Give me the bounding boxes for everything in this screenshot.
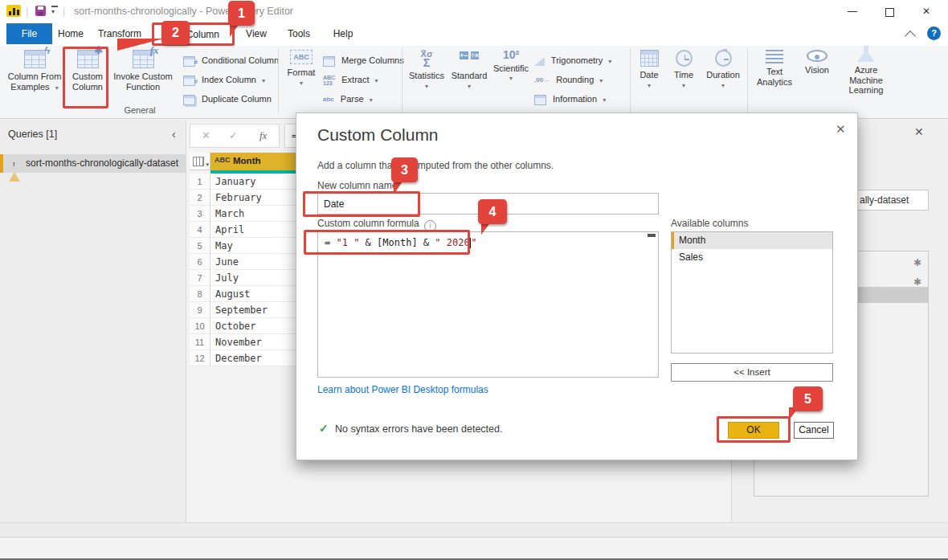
titlebar-separator: | — [63, 5, 65, 17]
gear-icon[interactable]: ✱ — [913, 257, 921, 268]
available-columns-list[interactable]: MonthSales — [671, 231, 833, 354]
tab-help[interactable]: Help — [328, 23, 358, 45]
standard-button[interactable]: +− ÷× Standard ▾ — [448, 50, 490, 92]
month-cell[interactable]: April — [210, 222, 297, 238]
row-number[interactable]: 6 — [190, 254, 210, 270]
month-cell[interactable]: November — [210, 334, 297, 350]
annotation-rect-formula — [304, 230, 470, 255]
time-button[interactable]: Time ▾ — [668, 50, 699, 91]
index-column-icon: # — [183, 76, 195, 86]
trigonometry-icon — [534, 57, 545, 66]
information-button[interactable]: Information ▾ — [534, 90, 606, 108]
available-column-item[interactable]: Month — [672, 232, 832, 249]
dropdown-caret-icon: ▾ — [599, 77, 603, 84]
horizontal-scroll-strip[interactable] — [0, 522, 948, 537]
tab-home[interactable]: Home — [53, 23, 88, 45]
trigonometry-button[interactable]: Trigonometry ▾ — [534, 51, 611, 69]
tab-view[interactable]: View — [241, 23, 272, 45]
column-header-month[interactable]: ABC Month — [210, 153, 297, 170]
cancel-button[interactable]: Cancel — [794, 422, 834, 439]
save-icon[interactable] — [35, 6, 46, 16]
month-cell[interactable]: October — [210, 318, 297, 334]
available-column-item[interactable]: Sales — [672, 249, 832, 266]
table-select-all-button[interactable]: ▾ — [190, 153, 210, 170]
azure-machine-learning-button[interactable]: Azure Machine Learning — [837, 50, 895, 96]
dialog-close-icon[interactable]: ✕ — [836, 122, 846, 137]
collapse-ribbon-icon[interactable] — [905, 31, 916, 42]
row-number[interactable]: 2 — [190, 190, 210, 206]
statistics-button[interactable]: X̄σ Σ Statistics ▾ — [406, 50, 447, 92]
table-row: 3March — [190, 206, 297, 222]
row-number[interactable]: 3 — [190, 206, 210, 222]
table-row: 10October — [190, 318, 297, 334]
month-cell[interactable]: July — [210, 270, 297, 286]
table-row: 7July — [190, 270, 297, 286]
close-button[interactable]: ✕ — [914, 6, 938, 17]
rounding-button[interactable]: .00→ Rounding ▾ — [534, 71, 603, 88]
selected-accent-bar — [0, 154, 3, 173]
fx-icon[interactable]: fx — [259, 129, 267, 142]
queries-pane-header: Queries [1] — [8, 129, 57, 140]
row-number[interactable]: 10 — [190, 318, 210, 334]
formula-cancel-icon[interactable]: ✕ — [202, 129, 210, 141]
dialog-subtitle: Add a column that is computed from the o… — [317, 160, 554, 171]
format-abc-icon: ABC — [290, 50, 313, 64]
tab-file[interactable]: File — [6, 23, 52, 44]
month-cell[interactable]: May — [210, 238, 297, 254]
text-analytics-button[interactable]: Text Analytics — [752, 50, 797, 87]
extract-icon: ABC 123 — [323, 75, 335, 86]
titlebar-separator: | — [26, 5, 28, 17]
table-row: 6June — [190, 254, 297, 270]
duration-button[interactable]: Duration ▾ — [702, 50, 744, 91]
vision-button[interactable]: Vision — [800, 50, 834, 76]
insert-button[interactable]: << Insert — [671, 363, 833, 382]
formula-scrollbar-thumb[interactable] — [648, 234, 656, 237]
query-name-input-value: ally-dataset — [860, 194, 909, 206]
row-number[interactable]: 7 — [190, 270, 210, 286]
minimize-button[interactable]: — — [840, 6, 864, 17]
column-from-examples-button[interactable]: ϟ Column From Examples ▾ — [5, 50, 64, 93]
parse-button[interactable]: abc Parse ▾ — [323, 90, 373, 108]
row-number[interactable]: 11 — [190, 334, 210, 350]
table-grid-icon — [193, 157, 204, 166]
month-cell[interactable]: June — [210, 254, 297, 270]
parse-icon: abc — [323, 91, 334, 108]
row-number[interactable]: 5 — [190, 238, 210, 254]
tab-tools[interactable]: Tools — [283, 23, 315, 45]
month-cell[interactable]: January — [210, 174, 297, 190]
help-icon[interactable]: ? — [927, 27, 941, 40]
quick-access-toolbar-caret-icon[interactable]: ▾ — [51, 8, 55, 15]
format-button[interactable]: ABC Format ▾ — [283, 50, 320, 88]
power-query-editor-window: | ▾ | sort-months-chronologically - Powe… — [0, 0, 948, 560]
row-number[interactable]: 12 — [190, 350, 210, 366]
panel-close-icon[interactable]: ✕ — [914, 125, 924, 138]
rounding-icon: .00→ — [534, 72, 550, 89]
formulas-help-link[interactable]: Learn about Power BI Desktop formulas — [317, 384, 488, 395]
dropdown-caret-icon: ▾ — [448, 82, 490, 92]
month-cell[interactable]: September — [210, 302, 297, 318]
row-number[interactable]: 4 — [190, 222, 210, 238]
conditional-column-button[interactable]: ≠ Conditional Column — [183, 51, 279, 69]
formula-check-icon[interactable]: ✓ — [229, 129, 238, 141]
invoke-custom-function-button[interactable]: fx Invoke Custom Function — [111, 50, 175, 92]
date-button[interactable]: Date ▾ — [634, 50, 664, 91]
row-number[interactable]: 8 — [190, 286, 210, 302]
maximize-button[interactable] — [885, 8, 894, 17]
dropdown-caret-icon: ▾ — [608, 58, 611, 65]
pane-collapse-icon[interactable]: ‹ — [172, 128, 176, 141]
index-column-button[interactable]: # Index Column ▾ — [183, 71, 265, 88]
annotation-step-2: 2 — [161, 21, 190, 45]
month-cell[interactable]: August — [210, 286, 297, 302]
month-cell[interactable]: March — [210, 206, 297, 222]
month-cell[interactable]: December — [210, 350, 297, 366]
row-number[interactable]: 9 — [190, 302, 210, 318]
month-cell[interactable]: February — [210, 190, 297, 206]
status-bar: 2 COLUMNS, 12 ROWS Column profiling base… — [0, 537, 948, 558]
row-number[interactable]: 1 — [190, 174, 210, 190]
extract-button[interactable]: ABC 123 Extract ▾ — [323, 71, 378, 88]
merge-columns-button[interactable]: Merge Columns — [323, 51, 404, 69]
scientific-button[interactable]: 10² Scientific ▾ — [492, 50, 530, 84]
gear-icon[interactable]: ✱ — [913, 276, 921, 288]
query-list-item[interactable]: ! sort-months-chronologically-dataset — [0, 154, 186, 173]
warning-icon: ! — [9, 158, 20, 169]
